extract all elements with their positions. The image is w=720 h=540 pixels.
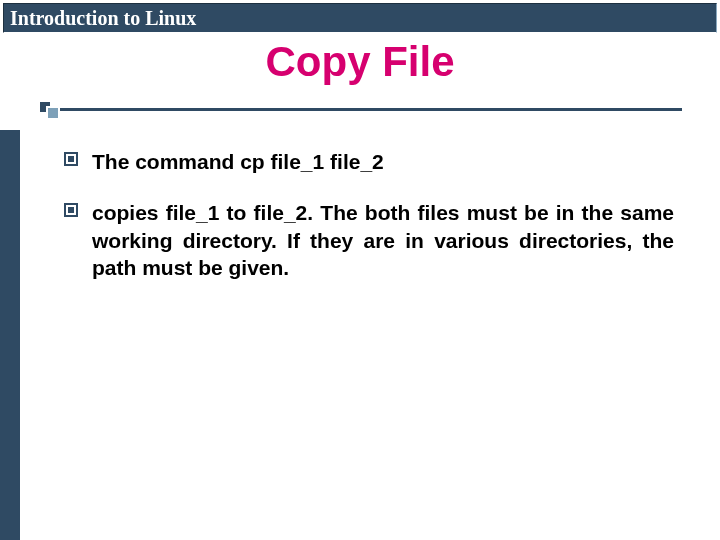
header-title: Introduction to Linux (4, 7, 196, 30)
bullet-icon (64, 152, 78, 166)
divider-square-front-icon (46, 106, 60, 120)
list-item: The command cp file_1 file_2 (64, 148, 674, 175)
bullet-text: copies file_1 to file_2. The both files … (92, 199, 674, 281)
body: The command cp file_1 file_2 copies file… (64, 148, 674, 305)
divider-line (38, 108, 682, 111)
title-divider (38, 100, 682, 118)
slide-title: Copy File (0, 38, 720, 86)
bullet-icon (64, 203, 78, 217)
header-bar: Introduction to Linux (3, 3, 717, 33)
slide: Introduction to Linux Copy File The comm… (0, 0, 720, 540)
bullet-text: The command cp file_1 file_2 (92, 148, 674, 175)
list-item: copies file_1 to file_2. The both files … (64, 199, 674, 281)
left-strip (0, 130, 20, 540)
